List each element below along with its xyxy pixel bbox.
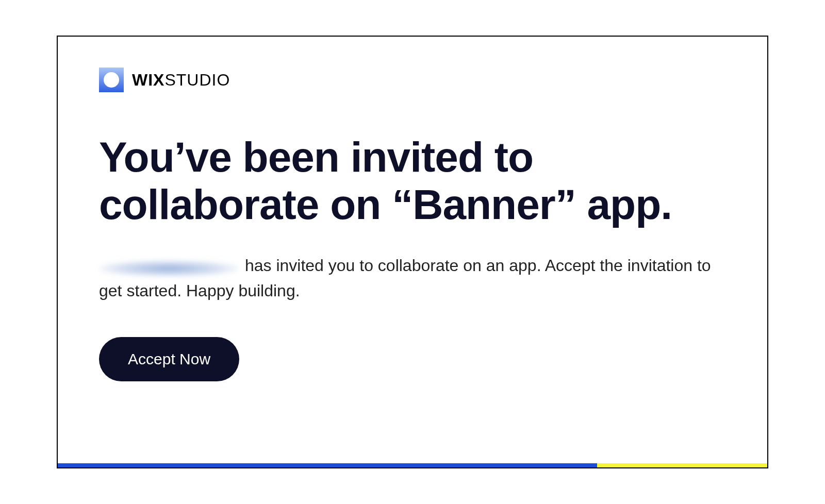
decorative-bottom-bar — [58, 463, 767, 467]
wix-studio-logo-icon — [99, 68, 124, 92]
invitation-card: WIXSTUDIO You’ve been invited to collabo… — [57, 36, 768, 468]
accept-now-button[interactable]: Accept Now — [99, 337, 239, 381]
logo-word-1: WIX — [132, 71, 164, 89]
logo-text: WIXSTUDIO — [132, 71, 230, 90]
invitation-body: has invited you to collaborate on an app… — [99, 253, 726, 304]
bar-segment-yellow — [597, 463, 767, 467]
bar-segment-blue — [58, 463, 597, 467]
invitation-heading: You’ve been invited to collaborate on “B… — [99, 133, 726, 228]
logo-word-2: STUDIO — [164, 71, 230, 89]
inviter-email-redacted — [99, 260, 238, 277]
logo: WIXSTUDIO — [99, 68, 726, 92]
